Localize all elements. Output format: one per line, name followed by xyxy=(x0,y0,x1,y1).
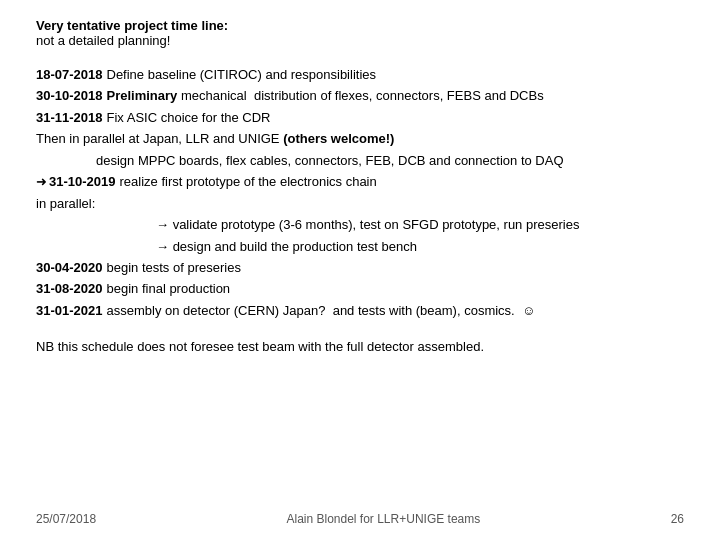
title-line2: not a detailed planning! xyxy=(36,33,684,48)
list-item: 30-04-2020 begin tests of preseries xyxy=(36,257,684,278)
list-item: design MPPC boards, flex cables, connect… xyxy=(36,150,684,171)
nb-text: NB this schedule does not foresee test b… xyxy=(36,339,684,354)
footer-center: Alain Blondel for LLR+UNIGE teams xyxy=(286,512,480,526)
arrow-text: → xyxy=(156,214,173,235)
list-item: ➜ 31-10-2019 realize first prototype of … xyxy=(36,171,684,192)
line-text: Then in parallel at Japan, LLR and UNIGE xyxy=(36,128,283,149)
line-text: begin tests of preseries xyxy=(107,257,241,278)
date-label: 31-10-2019 xyxy=(49,171,116,192)
line-text: design MPPC boards, flex cables, connect… xyxy=(96,150,564,171)
line-text: realize first prototype of the electroni… xyxy=(120,171,377,192)
date-label: 31-01-2021 xyxy=(36,300,103,321)
date-label: 31-11-2018 xyxy=(36,107,103,128)
arrow-icon: ➜ xyxy=(36,171,47,192)
list-item: 31-01-2021 assembly on detector (CERN) J… xyxy=(36,300,684,321)
bold-text: (others welcome!) xyxy=(283,128,394,149)
date-label: 18-07-2018 xyxy=(36,64,103,85)
line-text: Define baseline (CITIROC) and responsibi… xyxy=(107,64,377,85)
date-label: 31-08-2020 xyxy=(36,278,103,299)
main-content: Very tentative project time line: not a … xyxy=(0,0,720,354)
list-item: → design and build the production test b… xyxy=(36,236,684,257)
arrow-text: → xyxy=(156,236,173,257)
line-text: validate prototype (3-6 months), test on… xyxy=(173,214,580,235)
line-text: design and build the production test ben… xyxy=(173,236,417,257)
list-item: 31-08-2020 begin final production xyxy=(36,278,684,299)
list-item: → validate prototype (3-6 months), test … xyxy=(36,214,684,235)
line-text: Fix ASIC choice for the CDR xyxy=(107,107,271,128)
date-label: 30-10-2018 xyxy=(36,85,103,106)
line-text: assembly on detector (CERN) Japan? and t… xyxy=(107,300,536,321)
list-item: 31-11-2018 Fix ASIC choice for the CDR xyxy=(36,107,684,128)
footer: 25/07/2018 Alain Blondel for LLR+UNIGE t… xyxy=(0,512,720,526)
list-item: Then in parallel at Japan, LLR and UNIGE… xyxy=(36,128,684,149)
timeline-block: 18-07-2018 Define baseline (CITIROC) and… xyxy=(36,64,684,321)
line-text: mechanical distribution of flexes, conne… xyxy=(177,85,543,106)
line-text: begin final production xyxy=(107,278,231,299)
line-text: in parallel: xyxy=(36,193,95,214)
title-block: Very tentative project time line: not a … xyxy=(36,18,684,48)
list-item: 30-10-2018 Preliminary mechanical distri… xyxy=(36,85,684,106)
bold-text: Preliminary xyxy=(107,85,178,106)
list-item: 18-07-2018 Define baseline (CITIROC) and… xyxy=(36,64,684,85)
date-label: 30-04-2020 xyxy=(36,257,103,278)
list-item: in parallel: xyxy=(36,193,684,214)
footer-left: 25/07/2018 xyxy=(36,512,96,526)
title-line1: Very tentative project time line: xyxy=(36,18,684,33)
footer-right: 26 xyxy=(671,512,684,526)
